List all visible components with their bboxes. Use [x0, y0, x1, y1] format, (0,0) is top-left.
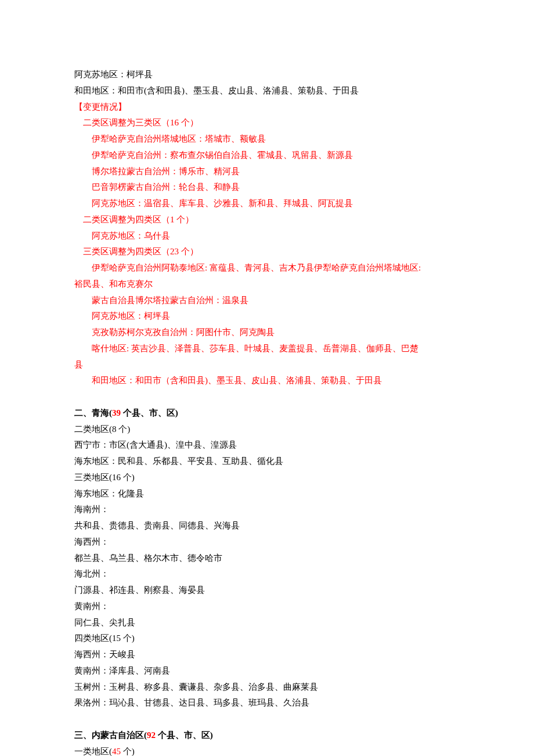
text-line: 一类地区(45 个) — [74, 744, 466, 757]
text-line: 博尔塔拉蒙古自治州：博乐市、精河县 — [74, 164, 466, 180]
blank-line — [74, 389, 466, 405]
text-line: 二类区调整为四类区（1 个） — [74, 212, 466, 228]
text-line: 共和县、贵德县、贵南县、同德县、兴海县 — [74, 518, 466, 534]
text-line: 阿克苏地区：温宿县、库车县、沙雅县、新和县、拜城县、阿瓦提县 — [74, 196, 466, 212]
text-line: 阿克苏地区：柯坪县 — [74, 67, 466, 83]
text-span: 个县、市、区) — [156, 730, 213, 740]
text-line: 蒙古自治县博尔塔拉蒙古自治州：温泉县 — [74, 293, 466, 309]
blank-line — [74, 711, 466, 728]
text-line: 海南州： — [74, 502, 466, 518]
text-line: 裕民县、和布克赛尔 — [74, 276, 466, 293]
text-line: 二类地区(8 个) — [74, 422, 466, 438]
text-line: 同仁县、尖扎县 — [74, 615, 466, 631]
text-line: 巴音郭楞蒙古自治州：轮台县、和静县 — [74, 179, 466, 196]
text-line: 都兰县、乌兰县、格尔木市、德令哈市 — [74, 550, 466, 567]
text-line: 阿克苏地区：乌什县 — [74, 228, 466, 244]
text-span: 个县、市、区) — [121, 408, 178, 417]
text-span: 45 — [112, 747, 121, 756]
text-line: 喀什地区: 英吉沙县、泽普县、莎车县、叶城县、麦盖提县、岳普湖县、伽师县、巴楚 — [74, 341, 466, 357]
text-line: 三类区调整为四类区（23 个） — [74, 244, 466, 260]
text-line: 伊犁哈萨克自治州塔城地区：塔城市、额敏县 — [74, 131, 466, 147]
text-line: 伊犁哈萨克自治州：察布查尔锡伯自治县、霍城县、巩留县、新源县 — [74, 147, 466, 164]
text-line: 三类地区(16 个) — [74, 470, 466, 486]
text-line: 黄南州： — [74, 599, 466, 615]
text-line: 【变更情况】 — [74, 99, 466, 116]
text-line: 海北州： — [74, 566, 466, 582]
text-line: 和田地区：和田市（含和田县)、墨玉县、皮山县、洛浦县、策勒县、于田县 — [74, 373, 466, 389]
text-line: 西宁市：市区(含大通县)、湟中县、湟源县 — [74, 437, 466, 453]
text-line: 海东地区：民和县、乐都县、平安县、互助县、循化县 — [74, 453, 466, 470]
text-line: 二类区调整为三类区（16 个） — [74, 115, 466, 131]
text-span: 一类地区( — [74, 747, 112, 756]
text-line: 三、内蒙古自治区(92 个县、市、区) — [74, 728, 466, 744]
text-line: 克孜勒苏柯尔克孜自治州：阿图什市、阿克陶县 — [74, 325, 466, 341]
text-line: 海西州：天峻县 — [74, 647, 466, 663]
text-span: 92 — [147, 730, 156, 740]
text-line: 四类地区(15 个) — [74, 631, 466, 647]
text-line: 海西州： — [74, 534, 466, 550]
text-line: 门源县、祁连县、刚察县、海晏县 — [74, 582, 466, 599]
text-span: 39 — [112, 408, 121, 417]
text-span: 三、内蒙古自治区( — [74, 730, 147, 740]
text-line: 和田地区：和田市(含和田县)、墨玉县、皮山县、洛浦县、策勒县、于田县 — [74, 83, 466, 99]
text-line: 黄南州：泽库县、河南县 — [74, 663, 466, 679]
text-span: 个) — [121, 747, 135, 756]
text-line: 二、青海(39 个县、市、区) — [74, 405, 466, 422]
text-span: 二、青海( — [74, 408, 112, 417]
text-line: 海东地区：化隆县 — [74, 486, 466, 502]
text-line: 果洛州：玛沁县、甘德县、达日县、玛多县、班玛县、久治县 — [74, 695, 466, 711]
text-line: 玉树州：玉树县、称多县、囊谦县、杂多县、治多县、曲麻莱县 — [74, 679, 466, 696]
text-line: 阿克苏地区：柯坪县 — [74, 308, 466, 325]
text-line: 伊犁哈萨克自治州阿勒泰地区: 富蕴县、青河县、吉木乃县伊犁哈萨克自治州塔城地区: — [74, 260, 466, 276]
text-line: 县 — [74, 357, 466, 373]
